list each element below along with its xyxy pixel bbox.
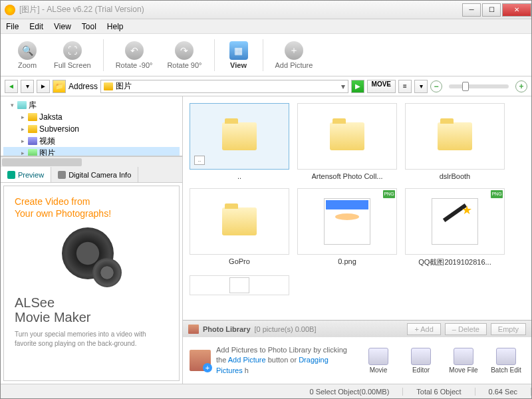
tree-item-selected[interactable]: ▸图片	[3, 147, 180, 156]
view-button[interactable]: ▦View	[220, 39, 257, 72]
tree-item[interactable]: ▸Jaksta	[3, 111, 180, 123]
thumb-folder[interactable]: dslrBooth	[405, 103, 505, 180]
movefile-icon	[454, 348, 473, 365]
library-delete-button[interactable]: – Delete	[445, 323, 487, 335]
tab-preview-label: Preview	[18, 171, 44, 179]
folder-icon	[104, 82, 113, 90]
thumb-label: ..	[237, 172, 241, 180]
toolbar-separator	[214, 39, 215, 71]
action-label: Editor	[412, 366, 430, 374]
thumb-up[interactable]: ....	[190, 103, 289, 180]
thumb-label: 0.png	[338, 257, 356, 265]
sort-button[interactable]: ≡	[398, 80, 412, 93]
rotate-right-icon: ↷	[175, 41, 194, 60]
minimize-button[interactable]: ─	[462, 3, 481, 17]
fullscreen-icon: ⛶	[63, 41, 82, 60]
address-input[interactable]: 图片 ▾	[100, 80, 348, 93]
menu-file[interactable]: File	[6, 22, 19, 31]
status-total: Total 6 Object	[403, 388, 475, 396]
view-icon: ▦	[229, 41, 248, 60]
movie-icon	[368, 348, 388, 365]
nav-next-button[interactable]: ►	[37, 80, 50, 93]
toolbar-separator	[263, 39, 263, 71]
add-picture-label: Add Picture	[275, 61, 313, 69]
library-add-button[interactable]: + Add	[407, 323, 440, 335]
thumbnail-grid: .... Artensoft Photo Coll... dslrBooth G…	[183, 96, 531, 320]
action-label: Batch Edit	[491, 366, 521, 374]
action-batch[interactable]: Batch Edit	[487, 348, 525, 374]
thumb-folder[interactable]: GoPro	[190, 188, 289, 267]
thumb-image[interactable]: ★PNGQQ截图2019102816...	[405, 188, 505, 267]
action-movefile[interactable]: Move File	[445, 348, 482, 374]
tree-item[interactable]: ▸视频	[3, 135, 180, 147]
thumb-partial[interactable]	[190, 275, 289, 295]
preview-panel: Create Video fromYour own Photographs! A…	[3, 186, 180, 381]
library-count: [0 picture(s) 0.00B]	[255, 325, 317, 333]
add-picture-button[interactable]: ＋Add Picture	[269, 39, 320, 72]
menu-help[interactable]: Help	[107, 22, 124, 31]
action-label: Move File	[449, 366, 477, 374]
menu-view[interactable]: View	[54, 22, 71, 31]
sort-dropdown[interactable]: ▾	[414, 80, 428, 93]
window-title: [图片] - ALSee v6.22 (Trial Version)	[19, 4, 461, 15]
rotate-right-button[interactable]: ↷Rotate 90°	[160, 39, 208, 72]
zoom-out-button[interactable]: −	[430, 80, 442, 92]
status-time: 0.64 Sec	[475, 388, 531, 396]
address-label: Address	[68, 82, 98, 91]
nav-fwd-button[interactable]: ▾	[21, 80, 34, 93]
app-icon	[5, 5, 15, 15]
menu-tool[interactable]: Tool	[82, 22, 96, 31]
folder-tree[interactable]: ▾库 ▸Jaksta ▸Subversion ▸视频 ▸图片	[1, 96, 182, 156]
nav-back-button[interactable]: ◄	[5, 80, 18, 93]
zoom-icon: 🔍	[18, 41, 37, 60]
zoom-label: Zoom	[18, 61, 37, 69]
slider-thumb[interactable]	[462, 82, 469, 91]
tree-item[interactable]: ▸Subversion	[3, 123, 180, 135]
promo-text: Turn your special memories into a video …	[15, 330, 168, 348]
batch-icon	[496, 348, 516, 365]
thumb-folder[interactable]: Artensoft Photo Coll...	[297, 103, 397, 180]
library-title: Photo Library	[203, 325, 251, 333]
tree-root[interactable]: ▾库	[3, 99, 180, 111]
library-bar: Photo Library [0 picture(s) 0.00B] + Add…	[183, 320, 531, 337]
status-selection: 0 Select Object(0.00MB)	[296, 388, 403, 396]
thumb-label: Artensoft Photo Coll...	[312, 172, 383, 180]
library-icon	[188, 325, 199, 334]
tab-preview[interactable]: Preview	[1, 167, 51, 182]
action-editor[interactable]: Editor	[402, 348, 440, 374]
toolbar: 🔍Zoom ⛶Full Screen ↶Rotate -90° ↷Rotate …	[1, 34, 531, 76]
zoom-in-button[interactable]: +	[515, 80, 527, 92]
address-bar: ◄ ▾ ► 📁 Address 图片 ▾ ▶ MOVE ≡ ▾ − +	[1, 76, 531, 96]
tree-hscroll[interactable]	[1, 156, 182, 167]
zoom-button[interactable]: 🔍Zoom	[9, 39, 46, 72]
tree-item-label: Subversion	[39, 124, 79, 134]
address-value: 图片	[116, 80, 132, 92]
thumb-label: QQ截图2019102816...	[418, 257, 491, 267]
nav-up-button[interactable]: 📁	[53, 80, 66, 93]
fullscreen-label: Full Screen	[54, 61, 91, 69]
menu-edit[interactable]: Edit	[29, 22, 43, 31]
zoom-slider[interactable]	[449, 84, 509, 88]
app-window: [图片] - ALSee v6.22 (Trial Version) ─ ☐ ✕…	[0, 0, 532, 399]
action-movie[interactable]: Movie	[360, 348, 397, 374]
tree-item-label: Jaksta	[39, 112, 63, 122]
move-button[interactable]: MOVE	[367, 80, 396, 93]
tab-camera-label: Digital Camera Info	[68, 171, 131, 179]
menubar: File Edit View Tool Help	[1, 19, 531, 34]
tab-camera-info[interactable]: Digital Camera Info	[51, 167, 138, 182]
thumb-label: GoPro	[229, 257, 250, 265]
library-message: Add Pictures to Photo Library by clickin…	[216, 345, 354, 376]
main-area: ▾库 ▸Jaksta ▸Subversion ▸视频 ▸图片 Preview D…	[1, 96, 531, 384]
maximize-button[interactable]: ☐	[482, 3, 501, 17]
fullscreen-button[interactable]: ⛶Full Screen	[47, 39, 98, 72]
rotate-left-button[interactable]: ↶Rotate -90°	[109, 39, 160, 72]
thumb-image[interactable]: PNG0.png	[297, 188, 397, 267]
rotate-left-icon: ↶	[125, 41, 144, 60]
go-button[interactable]: ▶	[351, 80, 364, 93]
film-reel-icon	[62, 227, 122, 287]
library-empty-button[interactable]: Empty	[491, 323, 526, 335]
add-picture-link[interactable]: Add Picture	[228, 356, 266, 364]
titlebar: [图片] - ALSee v6.22 (Trial Version) ─ ☐ ✕	[1, 1, 531, 19]
thumb-label: dslrBooth	[440, 172, 470, 180]
close-button[interactable]: ✕	[502, 3, 531, 17]
